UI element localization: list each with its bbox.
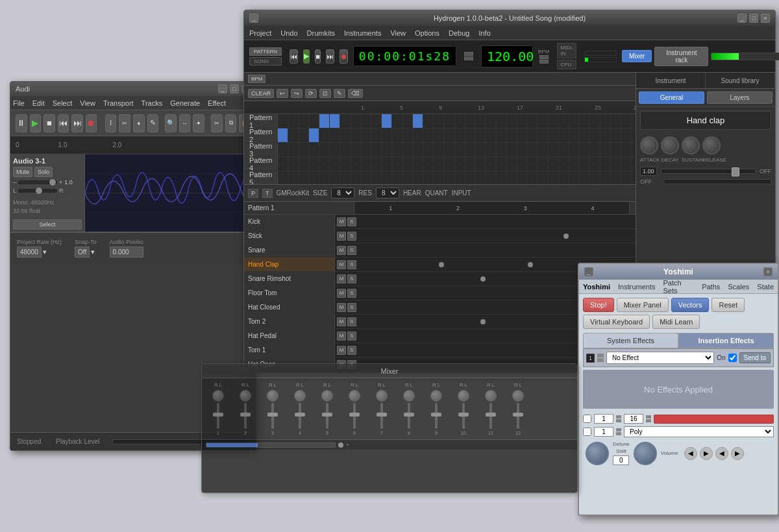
mixer-btn[interactable]: Mixer xyxy=(622,50,652,62)
h-menu-undo[interactable]: Undo xyxy=(280,29,297,37)
detune-knob[interactable] xyxy=(586,442,609,465)
beat-mute-8[interactable]: M xyxy=(337,332,346,341)
pattern-tab[interactable]: P xyxy=(248,189,258,198)
pcell-1-2[interactable] xyxy=(299,128,309,142)
pcell-3-1[interactable] xyxy=(288,157,299,171)
pcell-4-11[interactable] xyxy=(392,171,402,185)
h-play-btn[interactable]: ▶ xyxy=(303,49,310,64)
pause-btn[interactable]: ⏸ xyxy=(16,114,27,132)
pcell-3-15[interactable] xyxy=(434,157,444,171)
pcell-3-28[interactable] xyxy=(569,157,579,171)
pcell-3-11[interactable] xyxy=(392,157,402,171)
pcell-0-18[interactable] xyxy=(465,114,475,128)
mixer-knob-9[interactable] xyxy=(458,390,469,402)
multi-tool[interactable]: ✦ xyxy=(193,114,204,132)
pcell-0-5[interactable] xyxy=(330,114,340,128)
pcell-3-17[interactable] xyxy=(454,157,465,171)
pcell-2-1[interactable] xyxy=(288,143,299,156)
pcell-1-32[interactable] xyxy=(610,128,621,142)
beat-instr-6[interactable]: Hat Closed xyxy=(244,300,335,314)
pcell-2-21[interactable] xyxy=(496,143,506,156)
select-button[interactable]: Select xyxy=(13,219,82,230)
pcell-4-20[interactable] xyxy=(486,171,496,185)
menu-effect[interactable]: Effect xyxy=(208,99,226,107)
pcell-4-13[interactable] xyxy=(413,171,423,185)
redo-btn[interactable]: ↪ xyxy=(291,89,303,98)
mixer-knob-2[interactable] xyxy=(267,390,278,402)
pcell-0-0[interactable] xyxy=(278,114,288,128)
pcell-2-13[interactable] xyxy=(413,143,423,156)
hydrogen-max-btn[interactable]: □ xyxy=(749,14,758,23)
pcell-0-4[interactable] xyxy=(319,114,330,128)
pcell-4-23[interactable] xyxy=(517,171,527,185)
pcell-0-29[interactable] xyxy=(579,114,589,128)
pcell-3-13[interactable] xyxy=(413,157,423,171)
volume-knob[interactable] xyxy=(634,442,657,465)
pcell-4-4[interactable] xyxy=(319,171,330,185)
menu-transport[interactable]: Transport xyxy=(103,99,134,107)
yoshimi-close-btn[interactable]: × xyxy=(763,267,773,276)
beat-mute-6[interactable]: M xyxy=(337,303,346,312)
pcell-1-27[interactable] xyxy=(558,128,569,142)
beat-solo-6[interactable]: S xyxy=(347,303,356,312)
undo-btn[interactable]: ↩ xyxy=(277,89,288,98)
beat-mute-0[interactable]: M xyxy=(337,217,346,226)
record-btn[interactable]: ⏺ xyxy=(86,114,97,132)
bpm-down[interactable] xyxy=(539,60,549,64)
row1-num[interactable] xyxy=(594,414,613,424)
res-select[interactable]: 8 xyxy=(376,187,399,199)
audacity-minimize-btn[interactable]: _ xyxy=(218,84,227,93)
pcell-1-31[interactable] xyxy=(600,128,610,142)
pcell-2-15[interactable] xyxy=(434,143,444,156)
pcell-4-14[interactable] xyxy=(423,171,434,185)
pcell-4-32[interactable] xyxy=(610,171,621,185)
h-menu-options[interactable]: Options xyxy=(415,29,439,37)
pcell-1-1[interactable] xyxy=(288,128,299,142)
general-section-btn[interactable]: General xyxy=(639,91,704,104)
bpm-up[interactable] xyxy=(539,55,549,59)
beat-solo-4[interactable]: S xyxy=(347,274,356,284)
mixer-fader-8[interactable] xyxy=(435,403,438,429)
pcell-0-19[interactable] xyxy=(475,114,486,128)
beat-instr-1[interactable]: Stick xyxy=(244,229,335,243)
hydrogen-close-btn[interactable]: × xyxy=(761,14,770,23)
stop-btn[interactable]: Stop! xyxy=(583,298,614,312)
reset-btn[interactable]: Reset xyxy=(711,298,745,312)
menu-generate[interactable]: Generate xyxy=(170,99,200,107)
row1-up[interactable] xyxy=(616,415,621,418)
pcell-4-17[interactable] xyxy=(454,171,465,185)
row2-checkbox[interactable] xyxy=(583,428,591,436)
poly-select[interactable]: Poly xyxy=(624,426,774,437)
pcell-4-10[interactable] xyxy=(382,171,392,185)
pcell-1-25[interactable] xyxy=(538,128,548,142)
copy-tool[interactable]: ⧉ xyxy=(225,114,237,132)
mixer-knob-6[interactable] xyxy=(376,390,388,402)
pcell-2-6[interactable] xyxy=(340,143,351,156)
mixer-knob-10[interactable] xyxy=(485,390,497,402)
clear-btn[interactable]: CLEAR xyxy=(248,89,274,98)
pcell-3-0[interactable] xyxy=(278,157,288,171)
beat-instr-0[interactable]: Kick xyxy=(244,215,335,228)
pcell-4-26[interactable] xyxy=(548,171,558,185)
pcell-0-33[interactable] xyxy=(621,114,631,128)
beat-instr-4[interactable]: Snare Rimshot xyxy=(244,272,335,285)
time-up[interactable] xyxy=(464,52,473,56)
pcell-3-10[interactable] xyxy=(382,157,392,171)
system-effects-tab[interactable]: System Effects xyxy=(583,333,678,348)
midi-learn-btn[interactable]: Midi Learn xyxy=(652,315,700,329)
pcell-4-21[interactable] xyxy=(496,171,506,185)
pcell-1-18[interactable] xyxy=(465,128,475,142)
beat-instr-5[interactable]: Floor Tom xyxy=(244,286,335,300)
h-record-btn[interactable]: ⏺ xyxy=(340,49,348,64)
pcell-1-5[interactable] xyxy=(330,128,340,142)
h-menu-instruments[interactable]: Instruments xyxy=(344,29,381,37)
pcell-2-23[interactable] xyxy=(517,143,527,156)
pcell-2-19[interactable] xyxy=(475,143,486,156)
pcell-2-17[interactable] xyxy=(454,143,465,156)
pcell-4-31[interactable] xyxy=(600,171,610,185)
pcell-3-26[interactable] xyxy=(548,157,558,171)
stop-btn[interactable]: ■ xyxy=(43,114,55,132)
pcell-4-6[interactable] xyxy=(340,171,351,185)
pcell-3-12[interactable] xyxy=(402,157,413,171)
draw-tool[interactable]: ✎ xyxy=(147,114,159,132)
